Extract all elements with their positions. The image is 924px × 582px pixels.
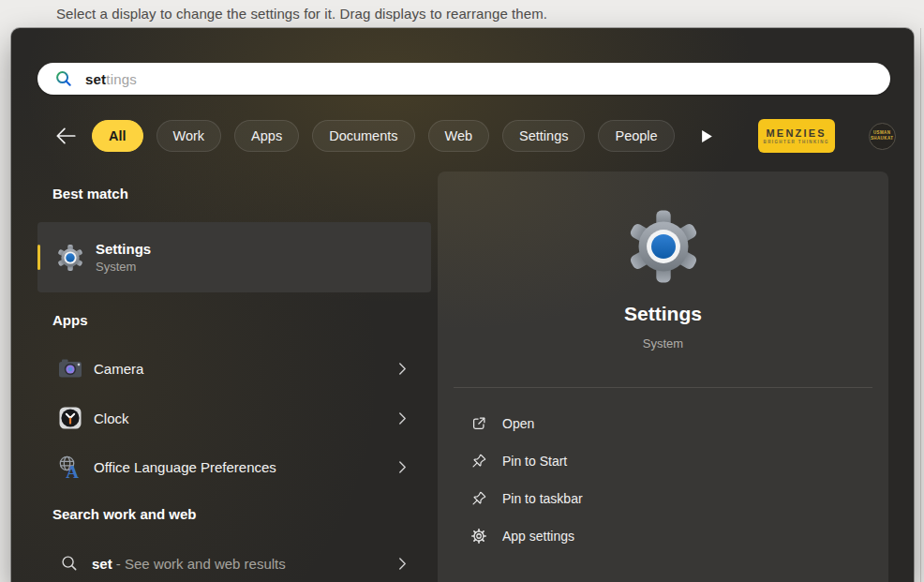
best-match-header: Best match [52, 186, 128, 201]
chevron-right-icon [398, 411, 407, 425]
svg-text:A: A [66, 462, 79, 480]
background-window-edge [920, 28, 921, 582]
tab-label: Settings [519, 128, 568, 143]
tab-all[interactable]: All [92, 120, 143, 152]
action-label: Pin to Start [502, 454, 567, 469]
app-result-clock[interactable]: Clock [37, 394, 431, 442]
tab-label: All [109, 128, 127, 143]
org-logo[interactable]: MENZIES BRIGHTER THINKING [758, 119, 835, 153]
tab-label: Documents [329, 128, 397, 143]
preview-title: Settings [438, 303, 888, 325]
org-logo-tagline: BRIGHTER THINKING [763, 140, 828, 144]
language-globe-icon: A [58, 455, 82, 479]
best-match-subtitle: System [96, 260, 151, 274]
selection-accent-bar [37, 245, 40, 270]
action-app-settings[interactable]: App settings [438, 517, 888, 555]
filter-tabs-row: All Work Apps Documents Web Settings Peo… [52, 120, 893, 152]
settings-gear-icon [56, 244, 84, 272]
preview-panel: Settings System Open Pin to Start [438, 172, 888, 582]
avatar-text: SHAUKAT [871, 136, 893, 142]
tab-web[interactable]: Web [428, 120, 490, 152]
action-label: Pin to taskbar [502, 491, 583, 506]
search-flyout-window: settings All Work Apps Documents Web Set… [11, 28, 914, 582]
pin-icon [470, 490, 487, 507]
action-label: Open [502, 416, 534, 431]
search-work-and-web-header: Search work and web [52, 506, 196, 522]
action-label: App settings [502, 529, 574, 544]
tab-label: Apps [251, 128, 282, 143]
camera-icon [58, 356, 82, 381]
best-match-title: Settings [96, 241, 151, 257]
arrow-left-icon [53, 124, 78, 148]
tab-settings[interactable]: Settings [502, 120, 585, 152]
action-pin-to-start[interactable]: Pin to Start [438, 442, 888, 480]
tab-people[interactable]: People [598, 120, 674, 152]
web-query-text: set [92, 556, 112, 572]
chevron-right-icon [398, 557, 407, 571]
search-autocomplete-text: tings [106, 71, 137, 87]
app-result-office-language-preferences[interactable]: A Office Language Preferences [37, 442, 431, 491]
pin-icon [470, 453, 487, 470]
tab-work[interactable]: Work [156, 120, 222, 152]
app-result-label: Office Language Preferences [94, 459, 276, 475]
tab-label: Web [445, 128, 473, 143]
app-result-camera[interactable]: Camera [37, 344, 431, 393]
chevron-right-icon [398, 362, 407, 376]
search-icon [54, 69, 73, 88]
divider [454, 387, 872, 388]
back-button[interactable] [52, 123, 79, 149]
preview-subtitle: System [438, 336, 888, 351]
web-search-result[interactable]: set - See work and web results [37, 542, 431, 582]
best-match-result-settings[interactable]: Settings System [37, 222, 431, 292]
avatar[interactable]: USMAN SHAUKAT [869, 123, 896, 150]
chevron-right-icon [398, 460, 407, 474]
search-icon [60, 554, 79, 573]
settings-gear-icon-large [625, 208, 702, 285]
app-result-label: Clock [94, 410, 129, 426]
action-list: Open Pin to Start Pin to taskbar [438, 405, 888, 555]
gear-icon [470, 528, 487, 545]
web-result-description: - See work and web results [116, 556, 286, 572]
action-pin-to-taskbar[interactable]: Pin to taskbar [438, 480, 888, 517]
more-tabs-button[interactable] [701, 129, 713, 143]
apps-header: Apps [52, 312, 88, 328]
tab-apps[interactable]: Apps [234, 120, 299, 152]
action-open[interactable]: Open [438, 405, 888, 442]
app-result-label: Camera [94, 361, 143, 377]
clock-icon [58, 406, 82, 430]
search-input[interactable]: settings [37, 63, 890, 95]
play-icon [701, 129, 713, 143]
background-instruction-text: Select a display to change the settings … [56, 6, 547, 22]
tab-documents[interactable]: Documents [312, 120, 414, 152]
search-typed-text: set [85, 71, 106, 87]
tab-label: People [615, 128, 657, 143]
tab-label: Work [173, 128, 205, 143]
open-icon [470, 415, 487, 432]
org-logo-text: MENZIES [766, 127, 826, 139]
